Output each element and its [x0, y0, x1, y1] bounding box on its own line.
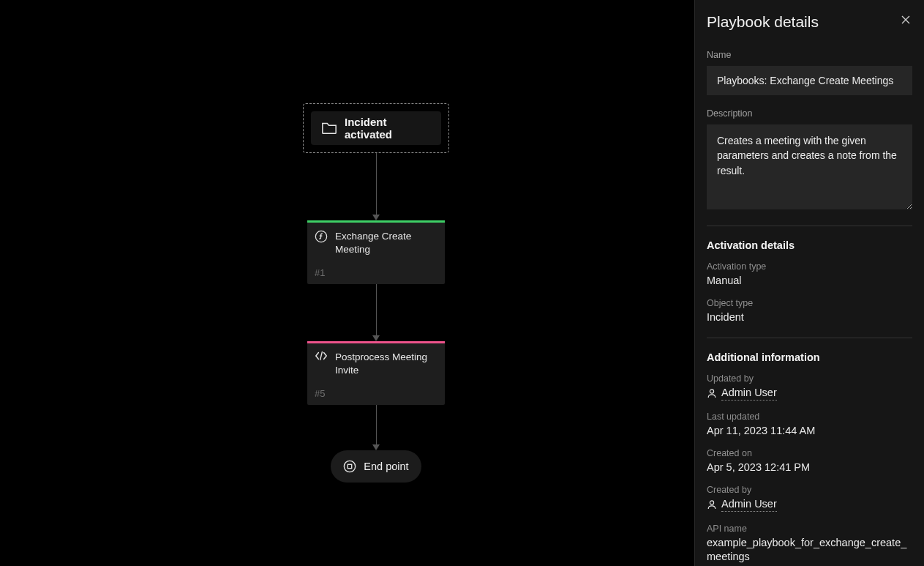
api-name-label: API name — [707, 524, 912, 534]
description-textarea[interactable] — [707, 124, 912, 209]
end-node-label: End point — [364, 461, 408, 472]
svg-rect-2 — [348, 464, 352, 468]
activation-section-title: Activation details — [707, 239, 912, 251]
details-panel: Playbook details Name Description Activa… — [694, 0, 924, 566]
flow-arrow — [303, 405, 449, 450]
stop-icon — [343, 460, 356, 473]
object-type-value: Incident — [707, 310, 912, 324]
close-button[interactable] — [899, 13, 912, 29]
svg-point-1 — [345, 461, 356, 472]
last-updated-label: Last updated — [707, 412, 912, 422]
folder-icon — [321, 121, 337, 135]
close-icon — [901, 15, 911, 25]
name-label: Name — [707, 50, 912, 60]
created-on-label: Created on — [707, 448, 912, 458]
user-icon — [707, 499, 717, 510]
svg-point-4 — [710, 501, 713, 504]
playbook-canvas[interactable]: Incident activated Exchange Create Meeti… — [0, 0, 694, 566]
node-title: Exchange Create Meeting — [335, 230, 437, 256]
node-index: #5 — [315, 388, 437, 399]
last-updated-value: Apr 11, 2023 11:44 AM — [707, 424, 912, 438]
end-node[interactable]: End point — [331, 450, 421, 483]
function-node-exchange-create-meeting[interactable]: Exchange Create Meeting #1 — [307, 220, 445, 284]
start-node-label: Incident activated — [345, 116, 431, 141]
user-icon — [707, 388, 717, 398]
object-type-label: Object type — [707, 298, 912, 308]
node-index: #1 — [315, 267, 437, 278]
updated-by-user-link[interactable]: Admin User — [721, 386, 777, 401]
activation-type-label: Activation type — [707, 261, 912, 272]
description-label: Description — [707, 108, 912, 119]
script-node-postprocess-meeting-invite[interactable]: Postprocess Meeting Invite #5 — [307, 341, 445, 405]
divider — [707, 226, 912, 226]
flow-arrow — [303, 153, 449, 220]
additional-section-title: Additional information — [707, 351, 912, 363]
start-node[interactable]: Incident activated — [303, 103, 449, 153]
api-name-value: example_playbook_for_exchange_create_mee… — [707, 536, 912, 564]
updated-by-label: Updated by — [707, 373, 912, 384]
panel-title: Playbook details — [707, 13, 819, 31]
flow-arrow — [303, 284, 449, 341]
activation-type-value: Manual — [707, 274, 912, 288]
function-icon — [315, 230, 328, 243]
name-input[interactable] — [707, 66, 912, 95]
created-by-user-link[interactable]: Admin User — [721, 497, 777, 512]
created-by-label: Created by — [707, 485, 912, 495]
node-title: Postprocess Meeting Invite — [335, 351, 437, 376]
svg-point-3 — [710, 390, 713, 393]
divider — [707, 338, 912, 338]
code-icon — [315, 351, 328, 361]
created-on-value: Apr 5, 2023 12:41 PM — [707, 461, 912, 474]
